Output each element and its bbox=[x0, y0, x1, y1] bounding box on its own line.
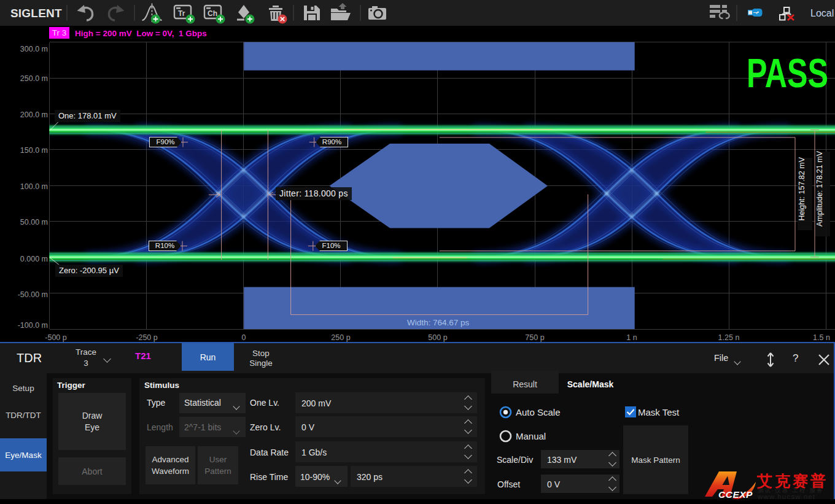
svg-text:Tr: Tr bbox=[178, 9, 185, 18]
svg-text:CCEXP: CCEXP bbox=[718, 489, 753, 499]
svg-text:Ch: Ch bbox=[208, 9, 217, 18]
svg-text:www.hucsw.net: www.hucsw.net bbox=[757, 493, 815, 500]
svg-text:SIGLENT: SIGLENT bbox=[10, 7, 62, 20]
svg-text:Local: Local bbox=[810, 8, 834, 18]
